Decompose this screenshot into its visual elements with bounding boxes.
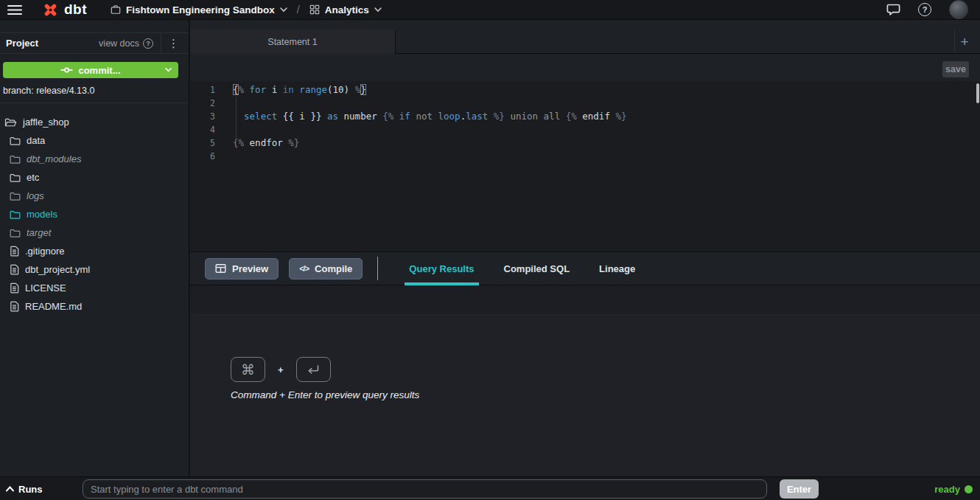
compile-button[interactable]: </> Compile — [289, 258, 363, 279]
code-lines: 1{% for i in range(10) %}23 select {{ i … — [190, 83, 980, 163]
code-line-2[interactable]: 2 — [190, 97, 980, 110]
chat-icon[interactable] — [886, 3, 900, 16]
code-content: select {{ i }} as number {% if not loop.… — [215, 110, 627, 123]
code-line-5[interactable]: 5{% endfor %} — [190, 136, 980, 150]
folder-icon — [10, 228, 21, 238]
enter-key-icon — [306, 364, 321, 375]
folder-icon — [10, 191, 21, 201]
folder-icon — [10, 136, 21, 146]
hint-text: Command + Enter to preview query results — [231, 389, 419, 400]
indent-guide — [236, 97, 237, 141]
tree-item-jaffle-shop[interactable]: jaffle_shop — [0, 113, 189, 131]
project-name: Analytics — [325, 4, 369, 15]
preview-button[interactable]: Preview — [205, 258, 279, 279]
project-switcher[interactable]: Analytics — [309, 4, 382, 15]
command-key: ⌘ — [231, 357, 265, 382]
file-icon — [10, 246, 19, 257]
tree-item-label: logs — [27, 190, 44, 201]
avatar[interactable] — [949, 0, 968, 19]
project-header-row: Project view docs ? ⋮ — [0, 32, 189, 54]
chevron-down-icon — [374, 7, 382, 13]
compile-label: Compile — [315, 263, 352, 274]
code-content: {% for i in range(10) %} — [215, 83, 366, 97]
git-commit-icon — [60, 66, 73, 74]
sidebar: Project view docs ? ⋮ commit... branch: … — [0, 20, 189, 476]
status-dot — [965, 485, 973, 493]
keyboard-hint: ⌘ + — [231, 357, 331, 382]
line-number: 5 — [190, 136, 215, 150]
code-line-1[interactable]: 1{% for i in range(10) %} — [190, 83, 980, 97]
file-icon — [10, 282, 19, 294]
code-line-4[interactable]: 4 — [190, 123, 980, 136]
tab-query-results[interactable]: Query Results — [409, 252, 474, 285]
runs-toggle[interactable]: Runs — [6, 477, 43, 500]
line-number: 1 — [190, 83, 215, 97]
code-content — [215, 97, 233, 110]
help-icon[interactable]: ? — [918, 3, 931, 16]
command-key-icon: ⌘ — [241, 361, 255, 378]
save-button[interactable]: save — [942, 61, 969, 77]
hamburger-menu-icon[interactable] — [7, 4, 22, 15]
chevron-up-icon — [6, 486, 14, 492]
tab-statement-1[interactable]: Statement 1 — [190, 29, 396, 54]
runs-label: Runs — [18, 484, 43, 495]
view-docs-label: view docs — [99, 38, 139, 49]
code-icon: </> — [299, 264, 309, 273]
tree-item-etc[interactable]: etc — [0, 168, 189, 187]
new-tab-button[interactable]: + — [953, 29, 976, 54]
commit-button[interactable]: commit... — [3, 62, 178, 78]
code-editor[interactable]: 1{% for i in range(10) %}23 select {{ i … — [190, 81, 980, 252]
folder-icon — [10, 209, 21, 220]
code-line-3[interactable]: 3 select {{ i }} as number {% if not loo… — [190, 110, 980, 123]
tree-item-label: etc — [27, 172, 39, 183]
result-tabs: Query ResultsCompiled SQLLineage — [409, 252, 635, 285]
view-docs-link[interactable]: view docs ? — [99, 38, 153, 49]
dbt-command-input[interactable] — [83, 479, 767, 499]
enter-button[interactable]: Enter — [780, 479, 819, 499]
file-icon — [10, 264, 19, 275]
tree-item-dbt-project-yml[interactable]: dbt_project.yml — [0, 260, 189, 279]
editor-scrollbar[interactable] — [976, 83, 979, 103]
tree-item-models[interactable]: models — [0, 205, 189, 223]
status-indicator: ready — [934, 477, 973, 500]
tree-item-data[interactable]: data — [0, 131, 189, 150]
results-toolbar: Preview </> Compile Query ResultsCompile… — [190, 252, 980, 285]
briefcase-icon — [111, 4, 121, 15]
file-icon — [10, 301, 19, 312]
tree-item-logs[interactable]: logs — [0, 187, 189, 205]
code-content — [215, 123, 233, 136]
code-line-6[interactable]: 6 — [190, 150, 980, 163]
line-number: 3 — [190, 110, 215, 123]
tab-compiled-sql[interactable]: Compiled SQL — [504, 252, 570, 285]
code-content — [215, 150, 233, 163]
tree-item-label: LICENSE — [25, 282, 66, 294]
dbt-logo-icon — [41, 1, 60, 19]
workspace-name: Fishtown Engineering Sandbox — [126, 4, 275, 15]
main-area: Statement 1 + save 1{% for i in range(10… — [190, 20, 980, 476]
chevron-down-icon — [165, 68, 172, 72]
tree-item-license[interactable]: LICENSE — [0, 279, 189, 297]
folder-icon — [10, 173, 21, 183]
preview-label: Preview — [232, 263, 268, 274]
results-panel: ⌘ + Command + Enter to preview query res… — [190, 315, 980, 476]
line-number: 6 — [190, 150, 215, 163]
divider — [377, 257, 378, 280]
kebab-menu-icon[interactable]: ⋮ — [168, 37, 179, 50]
tree-item-readme-md[interactable]: README.md — [0, 297, 189, 316]
tree-item-label: README.md — [25, 301, 82, 312]
breadcrumb-separator: / — [297, 4, 300, 15]
tree-item-dbt-modules[interactable]: dbt_modules — [0, 150, 189, 168]
code-content: {% endfor %} — [215, 136, 299, 150]
results-subheader — [190, 285, 980, 315]
dbt-logo[interactable]: dbt — [41, 1, 87, 19]
tree-item-label: dbt_project.yml — [25, 264, 90, 275]
folder-icon — [10, 154, 21, 164]
tab-lineage[interactable]: Lineage — [599, 252, 635, 285]
workspace-switcher[interactable]: Fishtown Engineering Sandbox — [111, 4, 287, 15]
tree-item-target[interactable]: target — [0, 223, 189, 242]
table-icon — [215, 263, 226, 274]
line-number: 2 — [190, 97, 215, 110]
tree-item--gitignore[interactable]: .gitignore — [0, 242, 189, 260]
tree-item-label: data — [27, 135, 45, 146]
top-header: dbt Fishtown Engineering Sandbox / Analy… — [0, 0, 980, 20]
